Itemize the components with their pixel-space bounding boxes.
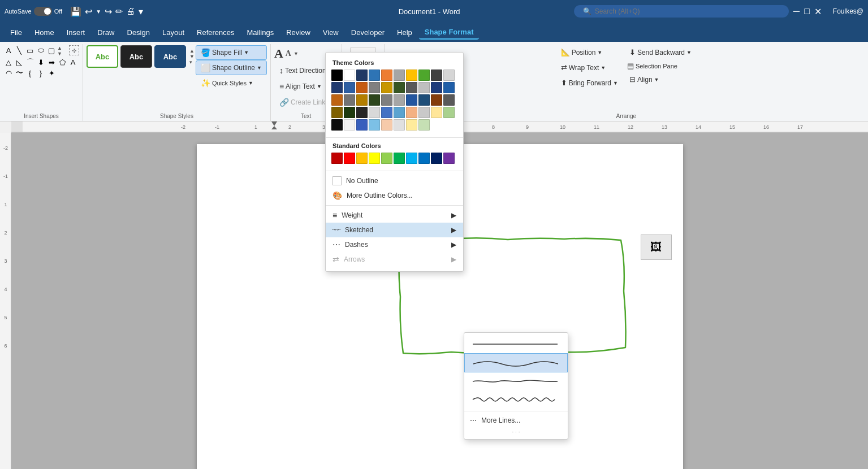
standard-color-swatch[interactable]: [344, 153, 355, 164]
text-down-icon[interactable]: ▼: [293, 51, 299, 57]
align-text-dropdown[interactable]: ▼: [317, 84, 322, 89]
shape-text-icon[interactable]: A: [3, 45, 14, 55]
menu-shape-format[interactable]: Shape Format: [419, 25, 480, 40]
theme-color-swatch[interactable]: [406, 70, 417, 81]
wrap-text-btn[interactable]: ⇄ Wrap Text ▼: [556, 60, 623, 75]
standard-color-swatch[interactable]: [431, 153, 442, 164]
undo-icon[interactable]: ↩: [85, 6, 92, 17]
shape-select-icon[interactable]: ⊹: [69, 45, 79, 55]
theme-color-swatch[interactable]: [381, 82, 392, 93]
theme-color-swatch[interactable]: [381, 107, 392, 118]
shape-tri-icon[interactable]: △: [3, 57, 14, 67]
quick-styles-dropdown-icon[interactable]: ▼: [248, 80, 253, 86]
theme-color-swatch[interactable]: [356, 119, 368, 131]
shape-text-box-icon[interactable]: A: [68, 57, 78, 67]
theme-color-swatch[interactable]: [356, 70, 368, 81]
shape-arc-icon[interactable]: ◠: [3, 68, 14, 78]
thumbnail[interactable]: 🖼: [641, 234, 672, 260]
theme-color-swatch[interactable]: [443, 70, 455, 81]
theme-color-swatch[interactable]: [431, 82, 442, 93]
theme-color-swatch[interactable]: [418, 70, 430, 81]
style-scroll[interactable]: ▲ ▼ ▾: [189, 48, 195, 65]
standard-color-swatch[interactable]: [381, 153, 392, 164]
customize-icon[interactable]: ▾: [139, 6, 143, 17]
style-swatch-1[interactable]: Abc: [87, 45, 118, 68]
selection-pane-btn[interactable]: ▤ Selection Pane: [624, 60, 697, 71]
theme-color-swatch[interactable]: [394, 94, 405, 106]
position-dropdown[interactable]: ▼: [597, 50, 602, 55]
sketch-option-scribble[interactable]: [464, 390, 568, 409]
theme-color-swatch[interactable]: [418, 107, 430, 118]
theme-color-swatch[interactable]: [431, 107, 442, 118]
no-outline-option[interactable]: No Outline: [326, 173, 463, 188]
close-icon[interactable]: ✕: [814, 6, 822, 17]
theme-color-swatch[interactable]: [344, 107, 355, 118]
theme-color-swatch[interactable]: [431, 70, 442, 81]
shape-arrow-right-icon[interactable]: ➡: [46, 57, 57, 67]
redo-icon[interactable]: ↪: [105, 6, 112, 17]
search-input[interactable]: [595, 7, 765, 15]
restore-icon[interactable]: □: [804, 6, 810, 16]
send-backward-btn[interactable]: ⬇ Send Backward ▼: [624, 45, 697, 59]
theme-color-swatch[interactable]: [331, 119, 343, 131]
user-name[interactable]: Foulkes@: [833, 7, 863, 15]
theme-color-swatch[interactable]: [431, 94, 442, 106]
menu-layout[interactable]: Layout: [157, 26, 190, 39]
theme-color-swatch[interactable]: [394, 119, 405, 131]
shape-curve-icon[interactable]: ⌒: [25, 57, 35, 67]
bring-forward-btn[interactable]: ⬆ Bring Forward ▼: [556, 76, 623, 90]
menu-file[interactable]: File: [5, 26, 28, 39]
theme-color-swatch[interactable]: [443, 107, 455, 118]
theme-color-swatch[interactable]: [418, 94, 430, 106]
shape-pentagon-icon[interactable]: ⬠: [57, 57, 67, 67]
shape-oval-icon[interactable]: ⬭: [36, 45, 46, 55]
shape-squiggle-icon[interactable]: 〜: [14, 68, 24, 78]
standard-color-swatch[interactable]: [331, 153, 343, 164]
shape-rt-tri-icon[interactable]: ◺: [14, 57, 24, 67]
style-swatch-2[interactable]: Abc: [120, 45, 152, 68]
theme-color-swatch[interactable]: [369, 107, 380, 118]
position-btn[interactable]: 📐 Position ▼: [556, 45, 623, 59]
theme-color-swatch[interactable]: [394, 82, 405, 93]
standard-color-swatch[interactable]: [418, 153, 430, 164]
draw-icon[interactable]: ✏: [115, 6, 123, 17]
shape-star-icon[interactable]: ✦: [46, 68, 57, 78]
quick-styles-btn[interactable]: ✨ Quick Styles ▼: [196, 76, 267, 90]
menu-draw[interactable]: Draw: [92, 26, 120, 39]
theme-color-swatch[interactable]: [331, 94, 343, 106]
theme-color-swatch[interactable]: [344, 94, 355, 106]
bring-forward-dropdown[interactable]: ▼: [613, 80, 618, 86]
menu-design[interactable]: Design: [122, 26, 156, 39]
search-bar[interactable]: 🔍: [574, 5, 789, 18]
shape-arrow-down-icon[interactable]: ⬇: [36, 57, 46, 67]
standard-color-swatch[interactable]: [443, 153, 455, 164]
dashes-option[interactable]: ⋯ Dashes ▶: [326, 237, 463, 252]
shape-outline-btn[interactable]: ⬜ Shape Outline ▼: [196, 60, 267, 75]
theme-color-swatch[interactable]: [369, 119, 380, 131]
menu-references[interactable]: References: [191, 26, 240, 39]
sketch-option-freehand[interactable]: [464, 372, 568, 390]
more-colors-option[interactable]: 🎨 More Outline Colors...: [326, 188, 463, 203]
theme-color-swatch[interactable]: [369, 82, 380, 93]
theme-color-swatch[interactable]: [394, 70, 405, 81]
theme-color-swatch[interactable]: [356, 82, 368, 93]
theme-color-swatch[interactable]: [381, 94, 392, 106]
align-dropdown[interactable]: ▼: [654, 77, 659, 82]
align-btn[interactable]: ⊟ Align ▼: [624, 72, 697, 86]
theme-color-swatch[interactable]: [406, 94, 417, 106]
theme-color-swatch[interactable]: [369, 70, 380, 81]
more-lines-option[interactable]: ⋯ More Lines...: [464, 414, 568, 427]
theme-color-swatch[interactable]: [418, 82, 430, 93]
sketch-option-curved[interactable]: [464, 353, 568, 372]
menu-insert[interactable]: Insert: [61, 26, 91, 39]
theme-color-swatch[interactable]: [331, 70, 343, 81]
theme-color-swatch[interactable]: [394, 107, 405, 118]
theme-color-swatch[interactable]: [344, 119, 355, 131]
theme-color-swatch[interactable]: [331, 107, 343, 118]
theme-color-swatch[interactable]: [356, 94, 368, 106]
theme-color-swatch[interactable]: [369, 94, 380, 106]
theme-color-swatch[interactable]: [406, 107, 417, 118]
shape-line-icon[interactable]: ╲: [14, 45, 24, 55]
theme-color-swatch[interactable]: [406, 82, 417, 93]
theme-color-swatch[interactable]: [406, 119, 417, 131]
